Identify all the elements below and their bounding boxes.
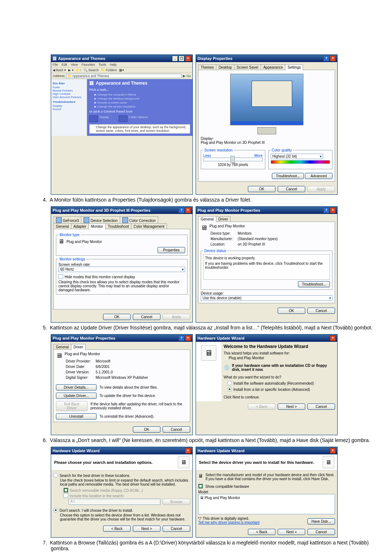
ok-button[interactable]: OK	[133, 426, 160, 433]
task-change-background[interactable]: ▶ Change the desktop background	[94, 97, 190, 100]
model-listbox[interactable]: 🖥 Plug and Play Monitor	[198, 494, 335, 514]
tab-monitor[interactable]: Monitor	[89, 223, 106, 230]
apply-button[interactable]: Apply	[163, 314, 190, 320]
link-fonts[interactable]: Fonts	[53, 86, 85, 89]
task-screen-saver[interactable]: ▶ Choose a screen saver	[94, 101, 190, 104]
uninstall-button[interactable]: Uninstall	[56, 413, 97, 420]
tab-geforce3[interactable]: GeForce3	[53, 216, 81, 224]
maximize-icon[interactable]: ▢	[179, 56, 184, 61]
refresh-select[interactable]: 60 Hertz	[58, 267, 185, 272]
advanced-button[interactable]: Advanced	[305, 173, 332, 179]
tell-me-why-link[interactable]: Tell me why driver signing is important	[198, 520, 260, 524]
link-sound[interactable]: Sound	[53, 108, 85, 111]
close-icon[interactable]: ×	[185, 335, 191, 341]
cancel-button[interactable]: Cancel	[163, 526, 190, 532]
link-mouse-pointers[interactable]: Mouse Pointers	[53, 89, 85, 92]
troubleshoot-button[interactable]: Troubleshoot...	[298, 281, 330, 287]
cancel-button[interactable]: Cancel	[163, 426, 190, 433]
tab-themes[interactable]: Themes	[198, 64, 216, 70]
radio-install-auto[interactable]: Install the software automatically (Reco…	[227, 381, 335, 385]
browse-button[interactable]: Browse	[163, 499, 190, 505]
model-item[interactable]: Plug and Play Monitor	[205, 496, 240, 500]
forward-button[interactable]: ▶ ▾	[68, 68, 74, 72]
hide-modes-checkbox[interactable]: Hide modes that this monitor cannot disp…	[58, 274, 185, 279]
resolution-slider[interactable]	[203, 158, 263, 161]
close-icon[interactable]: ×	[330, 448, 336, 454]
help-icon[interactable]: ?	[323, 207, 329, 213]
ok-button[interactable]: OK	[278, 308, 305, 314]
cancel-button[interactable]: Cancel	[307, 529, 335, 535]
cpl-folder-options[interactable]: Folder Options	[119, 116, 148, 122]
close-icon[interactable]: ×	[330, 207, 336, 213]
link-display[interactable]: Display	[53, 104, 85, 108]
tab-troubleshoot[interactable]: Troubleshoot	[105, 223, 131, 229]
menu-view[interactable]: View	[71, 63, 78, 66]
tab-adapter[interactable]: Adapter	[71, 223, 89, 229]
help-icon[interactable]: ?	[323, 56, 329, 61]
minimize-icon[interactable]: _	[172, 56, 178, 61]
cancel-button[interactable]: Cancel	[307, 308, 335, 314]
radio-search-best[interactable]: Search for the best driver in these loca…	[53, 473, 190, 478]
folders-button[interactable]: 📁 Folders	[101, 68, 117, 72]
close-icon[interactable]: ×	[185, 207, 191, 213]
menu-help[interactable]: Help	[110, 63, 117, 66]
radio-install-from-list[interactable]: Install from a list or specific location…	[227, 387, 335, 392]
tab-appearance[interactable]: Appearance	[261, 64, 285, 70]
link-user-account-pictures[interactable]: User Account Pictures	[53, 96, 85, 99]
device-usage-select[interactable]: Use this device (enable)	[201, 295, 332, 301]
cancel-button[interactable]: Cancel	[133, 314, 160, 320]
cpl-display[interactable]: Display	[89, 116, 109, 122]
chk-removable-media[interactable]: Search removable media (floppy, CD-ROM..…	[64, 488, 190, 493]
troubleshoot-button[interactable]: Troubleshoot...	[272, 173, 304, 179]
color-quality-select[interactable]: Highest (32 bit)	[271, 154, 323, 159]
search-button[interactable]: 🔍 Search	[83, 68, 99, 72]
cancel-button[interactable]: Cancel	[278, 186, 305, 192]
link-high-contrast[interactable]: High Contrast	[53, 92, 85, 96]
tab-driver[interactable]: Driver	[216, 216, 231, 222]
tab-general[interactable]: General	[53, 344, 72, 350]
tab-device-selection[interactable]: Device Selection	[81, 216, 120, 224]
ok-button[interactable]: OK	[248, 186, 275, 192]
back-button[interactable]: < Back	[248, 529, 275, 535]
chk-show-compatible[interactable]: Show compatible hardware	[198, 484, 335, 489]
views-button[interactable]: ▦▾	[119, 68, 124, 72]
back-button[interactable]: < Back	[248, 404, 275, 410]
apply-button[interactable]: Apply	[307, 186, 335, 192]
tab-driver[interactable]: Driver	[71, 344, 86, 350]
go-button[interactable]: ▶ Go	[183, 74, 191, 78]
close-icon[interactable]: ×	[330, 56, 336, 61]
task-change-resolution[interactable]: ▶ Change the screen resolution	[94, 105, 190, 108]
address-input[interactable]: 📁 Appearance and Themes	[66, 74, 181, 78]
have-disk-button[interactable]: Have Disk...	[307, 518, 335, 524]
tab-screensaver[interactable]: Screen Saver	[234, 64, 261, 70]
tab-general[interactable]: General	[198, 216, 216, 222]
tab-color-correction[interactable]: Color Correction	[120, 216, 158, 224]
driver-details-button[interactable]: Driver Details...	[56, 384, 97, 390]
help-icon[interactable]: ?	[179, 335, 184, 341]
menu-edit[interactable]: Edit	[62, 63, 68, 66]
menu-file[interactable]: File	[53, 63, 58, 66]
tab-color-mgmt[interactable]: Color Management	[131, 223, 167, 229]
next-button[interactable]: Next >	[133, 526, 160, 532]
next-button[interactable]: Next >	[278, 404, 305, 410]
back-button[interactable]: < Back	[103, 526, 131, 532]
tab-desktop[interactable]: Desktop	[216, 64, 234, 70]
radio-dont-search[interactable]: Don't search. I will choose the driver t…	[53, 508, 190, 513]
chk-include-location[interactable]: Include this location in the search:	[64, 493, 190, 498]
menu-tools[interactable]: Tools	[98, 63, 106, 66]
close-icon[interactable]: ×	[185, 56, 191, 61]
location-input[interactable]: A:\	[69, 499, 160, 505]
rollback-button[interactable]: Roll Back Driver	[56, 401, 87, 411]
properties-button[interactable]: Properties	[158, 247, 185, 253]
ok-button[interactable]: OK	[103, 314, 131, 320]
up-button[interactable]: 📁↑	[76, 68, 82, 72]
update-driver-button[interactable]: Update Driver...	[56, 393, 97, 399]
cancel-button[interactable]: Cancel	[307, 404, 335, 410]
menu-favorites[interactable]: Favorites	[81, 63, 95, 66]
close-icon[interactable]: ×	[185, 448, 191, 454]
next-button[interactable]: Next >	[278, 529, 305, 535]
help-icon[interactable]: ?	[179, 207, 184, 213]
close-icon[interactable]: ×	[330, 335, 336, 341]
back-button[interactable]: ◀ Back ▾	[53, 68, 66, 72]
tab-settings[interactable]: Settings	[285, 64, 303, 70]
